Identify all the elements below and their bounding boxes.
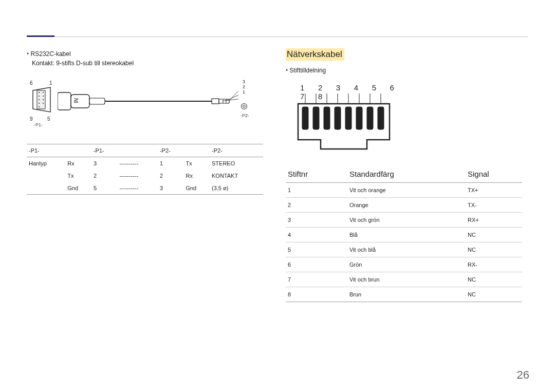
table-cell: Gnd	[65, 182, 91, 195]
table-cell: ----------	[117, 170, 157, 182]
table-row: 7 Vit och brun NC	[286, 272, 522, 287]
svg-rect-1	[37, 90, 45, 109]
table-cell: 6	[286, 257, 347, 272]
table-cell: Vit och brun	[347, 272, 466, 287]
table-cell: NC	[466, 228, 522, 242]
table-cell: 3	[286, 213, 347, 228]
table-cell: (3,5 ø)	[210, 182, 263, 195]
network-pin-table: Stiftnr Standardfärg Signal 1 Vit och or…	[286, 165, 522, 302]
table-cell: Orange	[347, 198, 466, 213]
dsub-pin5-label: 5	[47, 116, 50, 122]
table-row: 3 Vit och grön RX+	[286, 213, 522, 228]
svg-point-2	[39, 92, 40, 93]
table-cell: ----------	[117, 157, 157, 170]
dsub-pin1-label: 1	[49, 80, 52, 86]
table-cell: RX+	[466, 213, 522, 228]
table-cell: Vit och orange	[347, 183, 466, 198]
table-cell: 2	[91, 170, 118, 182]
table-row: 8 Brun NC	[286, 287, 522, 302]
svg-rect-11	[58, 92, 71, 110]
rj45-diagram: 1 2 3 4 5 6 7 8	[295, 83, 403, 155]
rs232-pin-table: -P1- -P1- -P2- -P2- Hantyp Rx 3 --------…	[27, 144, 263, 195]
rj45-connector-icon	[295, 94, 393, 155]
svg-point-6	[39, 99, 40, 100]
dsub-connector-icon	[32, 86, 51, 113]
jack-pin3: 3	[243, 79, 245, 84]
table-cell: KONTAKT	[210, 170, 263, 182]
header-rule	[27, 30, 528, 37]
table-cell: 3	[158, 182, 184, 195]
table-cell: STEREO	[210, 157, 263, 170]
table-cell: TX+	[466, 183, 522, 198]
table-row: 4 Blå NC	[286, 228, 522, 242]
dsub-pin9-label: 9	[30, 116, 33, 122]
ptable-h2	[117, 144, 157, 157]
rs232-cable-diagram: 6 1 9 5 -P1-	[27, 75, 253, 137]
dsub-pin6-label: 6	[30, 80, 33, 86]
table-cell: Vit och blå	[347, 242, 466, 257]
svg-rect-28	[345, 107, 351, 129]
table-cell: 7	[286, 272, 347, 287]
svg-rect-31	[378, 107, 384, 129]
table-cell: TX-	[466, 198, 522, 213]
hex-nut-icon	[240, 103, 248, 110]
table-cell: 2	[158, 170, 184, 182]
table-cell: NC	[466, 242, 522, 257]
table-cell: Tx	[183, 157, 210, 170]
table-cell: NC	[466, 287, 522, 302]
table-cell: NC	[466, 272, 522, 287]
table-cell: Gnd	[183, 182, 210, 195]
header-accent	[27, 35, 54, 37]
table-cell: Hantyp	[27, 157, 65, 170]
page-number: 26	[517, 368, 529, 382]
jack-pin1: 1	[243, 89, 245, 95]
table-cell: 5	[91, 182, 118, 195]
table-row: 2 Orange TX-	[286, 198, 522, 213]
table-cell: 2	[286, 198, 347, 213]
svg-point-4	[39, 96, 40, 97]
rs232-subline: Kontakt: 9-stifts D-sub till stereokabel	[32, 60, 263, 67]
svg-rect-25	[313, 107, 319, 129]
table-cell: Grön	[347, 257, 466, 272]
ptable-h1: -P1-	[91, 144, 118, 157]
svg-point-3	[43, 92, 44, 93]
table-cell: Vit och grön	[347, 213, 466, 228]
table-row: 1 Vit och orange TX+	[286, 183, 522, 198]
table-row: 5 Vit och blå NC	[286, 242, 522, 257]
svg-point-8	[39, 103, 40, 104]
table-cell: 4	[286, 228, 347, 242]
ptable-h3: -P2-	[158, 144, 184, 157]
pin-assignment-bullet: Stifttilldelning	[286, 67, 522, 74]
rs232-bullet: RS232C-kabel	[27, 50, 263, 58]
network-cable-heading: Nätverkskabel	[286, 48, 344, 61]
p2-label: -P2-	[240, 113, 249, 118]
ptable-h4: -P2-	[210, 144, 263, 157]
table-cell: RX-	[466, 257, 522, 272]
table-row: 6 Grön RX-	[286, 257, 522, 272]
svg-rect-24	[302, 107, 308, 129]
ntable-head-pin: Stiftnr	[286, 165, 347, 183]
svg-rect-29	[356, 107, 362, 129]
svg-point-23	[243, 105, 246, 108]
ntable-head-color: Standardfärg	[347, 165, 466, 183]
table-cell: 5	[286, 242, 347, 257]
svg-rect-26	[324, 107, 330, 129]
svg-rect-27	[335, 107, 341, 129]
table-cell: ----------	[117, 182, 157, 195]
svg-rect-15	[212, 99, 219, 104]
svg-point-10	[39, 106, 40, 107]
table-cell	[27, 170, 65, 182]
table-cell: Brun	[347, 287, 466, 302]
table-cell: 3	[91, 157, 118, 170]
p1-label: -P1-	[34, 122, 43, 127]
svg-point-9	[43, 103, 44, 104]
jack-pin-labels: 3 2 1	[243, 79, 245, 95]
table-cell: Rx	[183, 170, 210, 182]
ntable-head-signal: Signal	[466, 165, 522, 183]
table-cell: Blå	[347, 228, 466, 242]
table-cell	[27, 182, 65, 195]
ptable-h0: -P1-	[27, 144, 65, 157]
svg-rect-14	[89, 98, 105, 104]
svg-point-5	[43, 96, 44, 97]
jack-pin2: 2	[243, 84, 245, 89]
